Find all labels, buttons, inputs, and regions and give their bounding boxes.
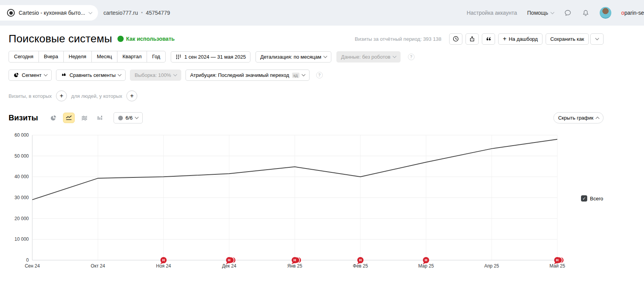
export-button[interactable] [466, 33, 479, 45]
attribution-badge: кд [292, 73, 299, 78]
data-mode-dropdown[interactable]: Данные: без роботов [336, 51, 401, 63]
bell-icon[interactable] [582, 9, 590, 17]
page-title: Поисковые системы [9, 33, 112, 45]
save-as-dropdown-button[interactable] [590, 33, 604, 45]
detalization-dropdown[interactable]: Детализация: по месяцам [256, 51, 331, 63]
help-question-icon[interactable]: ? [316, 72, 323, 78]
period-tab[interactable]: Квартал [117, 51, 147, 62]
attribution-dropdown[interactable]: Атрибуция: Последний значимый переход кд [186, 70, 310, 81]
chevron-down-icon [173, 73, 177, 76]
svg-text:Мар 25: Мар 25 [418, 263, 434, 269]
svg-text:20 000: 20 000 [14, 216, 29, 221]
username[interactable]: oparin-se [621, 10, 644, 16]
legend-label: Всего [590, 196, 603, 202]
help-question-icon[interactable]: ? [408, 54, 415, 60]
chart-type-line-button[interactable] [63, 113, 75, 123]
upload-icon [469, 35, 476, 42]
info-icon: i [117, 36, 124, 42]
period-tab[interactable]: Вчера [38, 51, 63, 62]
chevron-down-icon [324, 54, 327, 58]
line-chart-canvas[interactable]: 010 00020 00030 00040 00050 00060 000Сен… [0, 132, 644, 273]
compare-segments-label: Сравнить сегменты [70, 72, 116, 78]
svg-text:40 000: 40 000 [14, 174, 29, 179]
svg-text:Н: Н [162, 258, 165, 262]
metric-title: Визиты [9, 113, 38, 122]
metric-color-dot-icon [118, 116, 123, 120]
sampling-label: Выборка: 100% [135, 72, 171, 78]
svg-text:Н: Н [359, 258, 362, 262]
svg-text:Май 25: Май 25 [550, 263, 565, 269]
date-range-label: 1 сен 2024 — 31 мая 2025 [184, 54, 246, 60]
report-header: Поисковые системы i Как использовать Виз… [9, 33, 604, 45]
column-chart-icon [96, 115, 103, 122]
visits-condition-label: Визиты, в которых [9, 93, 52, 99]
how-to-use-label: Как использовать [126, 36, 175, 42]
notes-button[interactable] [482, 33, 495, 45]
svg-text:Окт 24: Окт 24 [91, 263, 105, 269]
chevron-down-icon [135, 115, 138, 119]
pie-chart-icon [50, 115, 57, 122]
clock-icon [452, 35, 459, 42]
note-marker[interactable]: Н [554, 257, 564, 264]
hide-chart-label: Скрыть график [558, 115, 593, 121]
chevron-up-icon [596, 116, 600, 120]
svg-text:Ноя 24: Ноя 24 [156, 263, 171, 269]
chevron-down-icon [301, 73, 305, 76]
attribution-label: Атрибуция: Последний значимый переход [190, 72, 289, 78]
line-chart-icon [65, 115, 72, 122]
svg-text:30 000: 30 000 [14, 195, 29, 200]
svg-text:Сен 24: Сен 24 [25, 263, 40, 269]
save-as-button[interactable]: Сохранить как [546, 33, 589, 45]
topbar: Cartesio - кухонная быто... cartesio777.… [0, 0, 644, 26]
svg-text:Янв 25: Янв 25 [287, 263, 303, 269]
visits-chart: 010 00020 00030 00040 00050 00060 000Сен… [0, 132, 644, 274]
note-marker[interactable]: Н [292, 257, 302, 264]
people-condition-label: для людей, у которых [71, 93, 122, 99]
separator-dot: • [141, 10, 143, 16]
chat-bubble-icon[interactable] [564, 9, 572, 17]
history-button[interactable] [449, 33, 462, 45]
note-marker[interactable]: Н [226, 257, 236, 264]
period-tab[interactable]: Год [147, 51, 165, 62]
period-tab[interactable]: Неделя [63, 51, 91, 62]
chart-type-pie-button[interactable] [47, 113, 59, 123]
metrica-counter-logo-icon [7, 9, 15, 17]
segment-dropdown[interactable]: Сегмент [9, 70, 52, 81]
how-to-use-link[interactable]: i Как использовать [117, 36, 175, 42]
chevron-down-icon [44, 73, 47, 76]
compare-segments-dropdown[interactable]: Сравнить сегменты [56, 70, 126, 81]
data-mode-label: Данные: без роботов [341, 54, 390, 60]
period-tab[interactable]: Месяц [91, 51, 117, 62]
svg-text:Н: Н [425, 258, 427, 262]
legend-total[interactable]: ✓ Всего [581, 195, 603, 202]
hide-chart-button[interactable]: Скрыть график [553, 112, 604, 123]
counter-meta: cartesio777.ru • 45754779 [103, 10, 170, 16]
checkbox-checked-icon[interactable]: ✓ [581, 195, 587, 202]
metrics-selector-dropdown[interactable]: 6/6 [114, 112, 143, 123]
add-to-dashboard-button[interactable]: + На дашборд [498, 33, 542, 45]
svg-text:60 000: 60 000 [14, 132, 29, 138]
add-people-condition-button[interactable]: + [126, 90, 137, 101]
avatar[interactable] [600, 7, 611, 19]
help-menu[interactable]: Помощь [527, 10, 554, 16]
chart-section-header: Визиты 6/6 Скрыть график [9, 112, 604, 123]
period-tab[interactable]: Сегодня [9, 51, 38, 62]
account-settings-link[interactable]: Настройка аккаунта [467, 10, 517, 16]
chart-type-area-button[interactable] [79, 113, 90, 123]
segment-filter-row: Сегмент Сравнить сегменты Выборка: 100% … [9, 70, 604, 81]
date-range-button[interactable]: 1 сен 2024 — 31 мая 2025 [171, 51, 250, 63]
svg-text:50 000: 50 000 [14, 153, 29, 159]
svg-text:Н: Н [294, 258, 296, 262]
chart-type-columns-button[interactable] [94, 113, 106, 123]
help-label: Помощь [527, 10, 548, 16]
counter-name: Cartesio - кухонная быто... [19, 10, 85, 16]
sampling-dropdown[interactable]: Выборка: 100% [130, 70, 181, 81]
add-visit-condition-button[interactable]: + [56, 90, 67, 101]
counter-selector[interactable]: Cartesio - кухонная быто... [0, 5, 98, 21]
counter-domain: cartesio777.ru [103, 10, 138, 16]
plus-icon: + [503, 35, 506, 42]
chevron-down-icon [595, 36, 599, 40]
period-tabs: СегодняВчераНеделяМесяцКварталГод [9, 51, 166, 63]
stacked-area-icon [81, 115, 88, 122]
two-drops-icon [61, 72, 67, 78]
